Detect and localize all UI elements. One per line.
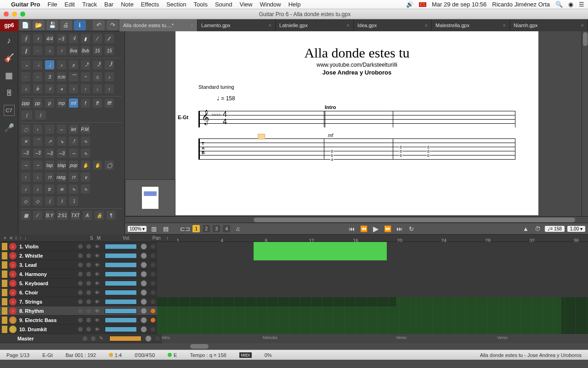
track-row[interactable]: ♪7. Strings👁 [0,297,588,306]
track-row[interactable]: ♪10. Drumkit👁 [0,325,588,334]
track-row[interactable]: ♪4. Harmony👁 [0,270,588,279]
tuplet-3[interactable]: 3 [45,72,54,81]
acc-dsharp[interactable]: 𝄪 [57,84,66,93]
palette-flat[interactable]: ♭ [45,46,54,55]
solo-button[interactable] [78,263,83,267]
fermata[interactable]: 𝄐 [81,72,90,81]
tab-fret[interactable]: 6 [427,153,430,158]
pop[interactable]: pop [69,161,78,170]
dyn-ff[interactable]: ff [93,98,102,108]
minimize-button[interactable] [12,12,17,17]
track-name[interactable]: 9. Electric Bass [17,317,76,323]
automation-led[interactable] [151,299,155,304]
track-flag[interactable] [2,298,7,305]
menu-track[interactable]: Track [82,1,97,8]
master-edit-icon[interactable]: ✎ [99,335,106,341]
section-marker[interactable]: Intro [162,335,170,340]
list-icon[interactable]: ☰ [579,1,584,8]
pan-knob[interactable] [141,262,147,268]
tap[interactable]: tap [45,161,54,170]
automation-led[interactable] [151,318,155,322]
track-name[interactable]: 1. Violin [17,244,76,249]
track-timeline[interactable] [157,279,588,288]
document-tab[interactable]: Lamento.gpx× [198,19,276,31]
solo-button[interactable] [78,272,83,276]
solo-button[interactable] [78,299,83,304]
palette-keysig[interactable]: ♯ [33,34,42,43]
visibility-icon[interactable]: 👁 [95,327,101,332]
chord-diagram[interactable]: ▦ [21,211,30,220]
track-type-icon[interactable]: ♪ [9,298,17,305]
solo-button[interactable] [78,253,83,258]
tab-staff[interactable]: TAB 864886886 [198,138,515,160]
menu-help[interactable]: Help [288,1,301,8]
track-name[interactable]: 5. Keyboard [17,281,76,286]
track-timeline[interactable] [157,316,588,325]
track-timeline[interactable] [157,306,588,316]
font[interactable]: A [83,211,92,220]
close-tab-icon[interactable]: × [503,23,506,28]
track-row[interactable]: ♪1. Violin👁 [0,242,588,251]
staccato[interactable]: · [45,125,54,134]
wah[interactable]: ∿ [69,184,78,194]
voice-2[interactable]: 2 [203,225,210,232]
track-name[interactable]: 4. Harmony [17,271,76,277]
automation-led[interactable] [151,290,155,295]
visibility-icon[interactable]: 👁 [95,262,101,268]
open-file-button[interactable]: 📂 [33,20,45,30]
pan-knob[interactable] [141,299,147,305]
track-timeline[interactable] [157,260,588,270]
play-button[interactable]: ▶ [371,224,380,233]
menu-file[interactable]: File [48,1,57,8]
visibility-icon[interactable]: 👁 [95,290,101,295]
master-volume[interactable] [109,336,141,341]
volume-slider[interactable] [105,327,137,332]
track-timeline[interactable] [157,325,588,334]
volume-icon[interactable]: 🔊 [406,1,413,8]
barre[interactable]: ⊓ [69,172,78,182]
tenuto[interactable]: – [57,125,66,134]
mixer-tool-icon[interactable]: 🎚 [4,87,15,98]
pan-knob[interactable] [141,280,147,287]
new-file-button[interactable]: 📄 [19,20,31,30]
master-aled[interactable] [155,336,160,341]
zoom-select[interactable]: 100% ▾ [128,226,147,232]
pan-knob[interactable] [141,271,147,277]
pick-up[interactable]: ⊓ [45,172,54,182]
track-flag[interactable] [2,307,7,315]
move-down-icon[interactable]: ↓ [24,236,27,241]
save-button[interactable]: 💾 [46,20,58,30]
menu-tools[interactable]: Tools [194,1,208,8]
last-button[interactable]: ⏭ [395,224,404,233]
solo-button[interactable] [78,309,83,313]
eq-icon[interactable]: ⫶ [166,236,169,241]
dyn-p[interactable]: p [45,98,54,108]
volume-slider[interactable] [105,308,137,314]
print-button[interactable]: 🖨 [60,20,72,30]
beam[interactable]: ♫ [93,72,102,81]
display-mode-2[interactable]: ▤ [161,224,170,233]
track-flag[interactable] [2,261,7,269]
mute-button[interactable] [86,244,91,249]
grace[interactable]: ♪ [105,72,114,81]
bend[interactable]: ⤴ [69,137,78,146]
track-type-icon[interactable]: ♪ [9,307,17,315]
palette-8vb[interactable]: 8vb [81,46,90,55]
info-button[interactable]: ℹ [74,20,86,30]
visibility-icon[interactable]: 👁 [95,253,101,259]
score-page[interactable]: Alla donde estes tu www.youtube.com/Dark… [175,31,538,215]
dur-64th[interactable]: 𝅘𝅥𝅱 [93,60,102,69]
track-timeline[interactable] [157,242,588,251]
metronome-icon[interactable]: ▲ [521,224,530,233]
menu-bar[interactable]: Bar [104,1,113,8]
automation-led[interactable] [151,263,155,267]
close-tab-icon[interactable]: × [425,23,428,28]
menu-view[interactable]: View [240,1,253,8]
track-row[interactable]: ♪6. Choir👁 [0,288,588,297]
track-row[interactable]: ♪5. Keyboard👁 [0,279,588,288]
track-type-icon[interactable]: ♪ [9,316,17,324]
menu-effects[interactable]: Effects [141,1,159,8]
tuplet-arc1[interactable]: ⌢3 [21,149,30,158]
arrow-up[interactable]: ↑ [21,172,30,182]
dur-half[interactable]: 𝅗𝅥 [33,60,42,69]
